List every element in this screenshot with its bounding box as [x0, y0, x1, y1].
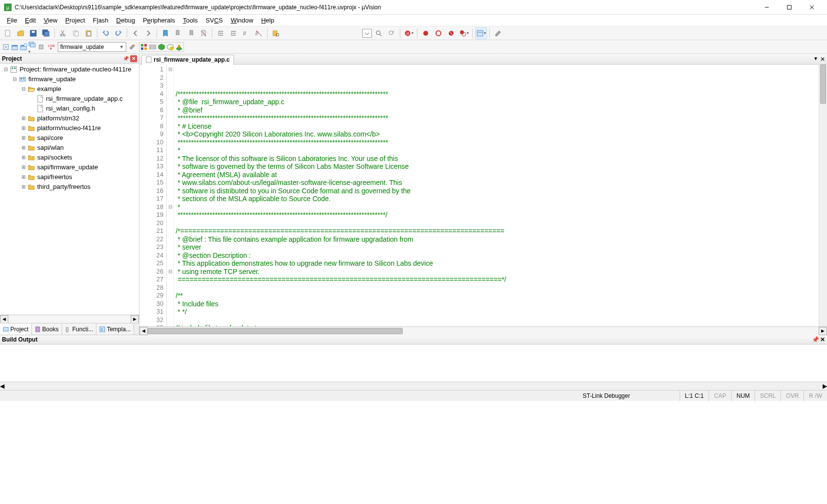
tree-folder[interactable]: ⊞sapi/wlan	[0, 143, 139, 153]
uncomment-icon[interactable]: //	[253, 27, 265, 39]
find-combo[interactable]	[362, 29, 372, 38]
menu-debug[interactable]: Debug	[113, 16, 139, 25]
tree-toggle-icon[interactable]: ⊞	[21, 172, 26, 182]
tree-project-root[interactable]: ⊟Project: firmware_update-nucleo-f411re	[0, 65, 139, 74]
tree-folder[interactable]: ⊞third_party/freertos	[0, 182, 139, 192]
comment-icon[interactable]: //	[240, 27, 252, 39]
breakpoint-disable-icon[interactable]	[433, 27, 444, 39]
tab-dropdown-icon[interactable]: ▼	[813, 56, 818, 63]
tree-folder[interactable]: ⊞sapi/core	[0, 133, 139, 143]
project-tab-templa[interactable]: 0 Templa...	[96, 323, 134, 335]
bookmark-next-icon[interactable]	[185, 27, 197, 39]
breakpoint-kill-icon[interactable]	[445, 27, 457, 39]
menu-view[interactable]: View	[40, 16, 61, 25]
code-area[interactable]: /***************************************…	[174, 65, 827, 326]
scroll-left-icon[interactable]: ◀	[0, 383, 4, 389]
hscroll-track[interactable]	[148, 327, 819, 335]
vscroll-thumb[interactable]	[820, 65, 826, 104]
menu-window[interactable]: Window	[227, 16, 257, 25]
open-icon[interactable]	[15, 27, 26, 39]
menu-flash[interactable]: Flash	[89, 16, 113, 25]
download-icon[interactable]: LOAD	[47, 43, 55, 51]
configure-icon[interactable]	[492, 27, 504, 39]
rebuild-icon[interactable]	[20, 43, 27, 51]
scroll-right-icon[interactable]: ▶	[819, 327, 827, 335]
tree-toggle-icon[interactable]: ⊟	[12, 74, 18, 84]
tree-toggle-icon[interactable]: ⊞	[21, 153, 26, 162]
tree-toggle-icon[interactable]: ⊞	[21, 162, 26, 172]
select-packs-icon[interactable]	[149, 43, 157, 51]
stop-build-icon[interactable]	[37, 43, 45, 51]
window-layout-icon[interactable]: ▾	[475, 27, 487, 39]
target-select[interactable]: firmware_update ▼	[58, 42, 126, 52]
debug-start-icon[interactable]: d▾	[403, 27, 414, 39]
reload-packs-icon[interactable]	[166, 43, 174, 51]
fold-column[interactable]	[167, 65, 174, 326]
tree-target[interactable]: ⊟firmware_update	[0, 74, 139, 84]
menu-peripherals[interactable]: Peripherals	[139, 16, 179, 25]
project-tab-books[interactable]: Books	[32, 323, 62, 335]
project-tab-functi[interactable]: {} Functi...	[62, 323, 97, 335]
menu-project[interactable]: Project	[61, 16, 89, 25]
tree-folder[interactable]: ⊞sapi/firmware_update	[0, 162, 139, 172]
tree-folder[interactable]: ⊞sapi/sockets	[0, 153, 139, 162]
bookmark-clear-icon[interactable]	[198, 27, 209, 39]
pin-icon[interactable]: 📌	[122, 55, 129, 62]
menu-svcs[interactable]: SVCS	[202, 16, 227, 25]
pane-close-icon[interactable]: ✕	[130, 55, 137, 62]
project-tab-project[interactable]: Project	[0, 323, 32, 335]
copy-icon[interactable]	[70, 27, 82, 39]
hscroll-thumb[interactable]	[148, 328, 403, 334]
paste-icon[interactable]	[83, 27, 94, 39]
scroll-right-icon[interactable]: ▶	[823, 383, 827, 389]
tree-folder[interactable]: ⊞platform/nucleo-f411re	[0, 123, 139, 133]
pane-close-icon[interactable]: ✕	[820, 336, 825, 343]
tree-toggle-icon[interactable]: ⊟	[3, 65, 9, 74]
pin-icon[interactable]: 📌	[812, 336, 819, 343]
tree-toggle-icon[interactable]: ⊞	[21, 123, 26, 133]
tree-folder-example[interactable]: ⊟example	[0, 84, 139, 94]
find-icon[interactable]	[373, 27, 385, 39]
breakpoint-insert-icon[interactable]	[420, 27, 432, 39]
menu-edit[interactable]: Edit	[21, 16, 40, 25]
close-button[interactable]	[801, 0, 823, 15]
cut-icon[interactable]	[57, 27, 69, 39]
project-tree[interactable]: ⊟Project: firmware_update-nucleo-f411re⊟…	[0, 64, 139, 315]
tree-toggle-icon[interactable]: ⊞	[21, 143, 26, 153]
new-file-icon[interactable]	[2, 27, 14, 39]
build-icon[interactable]	[11, 43, 19, 51]
bookmark-toggle-icon[interactable]	[160, 27, 171, 39]
editor-tab-active[interactable]: rsi_firmware_update_app.c	[141, 55, 234, 65]
scroll-left-icon[interactable]: ◀	[0, 315, 8, 323]
nav-forward-icon[interactable]	[142, 27, 154, 39]
project-hscroll[interactable]: ◀ ▶	[0, 315, 139, 323]
build-output-hscroll[interactable]: ◀ ▶	[0, 382, 827, 390]
scroll-right-icon[interactable]: ▶	[131, 315, 139, 323]
editor-vscroll[interactable]	[819, 65, 827, 326]
target-options-icon[interactable]	[128, 43, 136, 51]
tree-toggle-icon[interactable]: ⊟	[21, 84, 26, 94]
find-in-files-icon[interactable]	[270, 27, 282, 39]
menu-file[interactable]: File	[3, 16, 21, 25]
nav-back-icon[interactable]	[130, 27, 141, 39]
menu-help[interactable]: Help	[257, 16, 278, 25]
menu-tools[interactable]: Tools	[179, 16, 202, 25]
save-icon[interactable]	[27, 27, 39, 39]
save-all-icon[interactable]	[40, 27, 52, 39]
batch-build-icon[interactable]: ▾	[28, 40, 36, 54]
translate-icon[interactable]	[2, 43, 10, 51]
tree-folder[interactable]: ⊞sapi/freertos	[0, 172, 139, 182]
tree-toggle-icon[interactable]: ⊞	[21, 182, 26, 192]
tree-file[interactable]: rsi_firmware_update_app.c	[0, 94, 139, 104]
tree-folder[interactable]: ⊞platform/stm32	[0, 114, 139, 123]
maximize-button[interactable]	[778, 0, 801, 15]
books-window-icon[interactable]	[175, 43, 183, 51]
tree-toggle-icon[interactable]: ⊞	[21, 133, 26, 143]
indent-right-icon[interactable]	[228, 27, 239, 39]
minimize-button[interactable]	[756, 0, 778, 15]
undo-icon[interactable]	[100, 27, 112, 39]
breakpoint-disable-all-icon[interactable]: ▾	[458, 27, 470, 39]
bookmark-prev-icon[interactable]	[172, 27, 184, 39]
editor-hscroll[interactable]: ◀ ▶	[139, 326, 827, 335]
tree-toggle-icon[interactable]: ⊞	[21, 114, 26, 123]
